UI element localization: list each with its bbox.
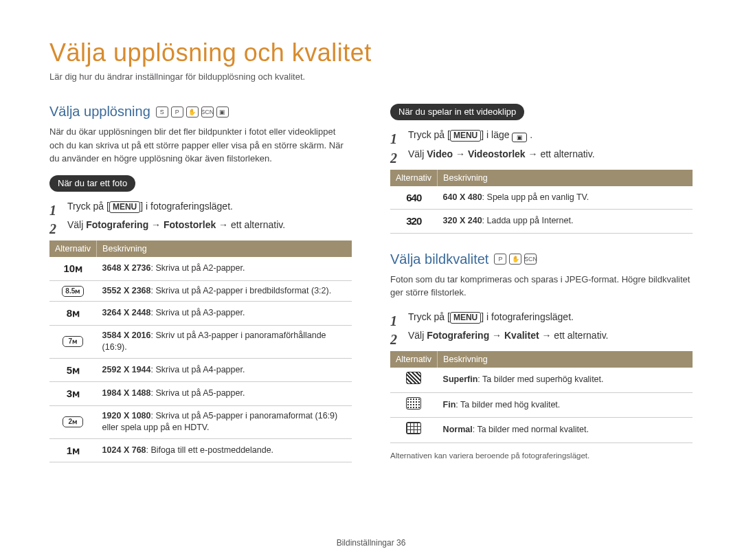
option-desc-cell: 3552 X 2368: Skriva ut på A2-papper i br… xyxy=(97,280,352,302)
option-icon-cell xyxy=(390,418,438,443)
table-row: 5ᴍ2592 X 1944: Skriva ut på A4-papper. xyxy=(49,358,352,382)
table-row: 3ᴍ1984 X 1488: Skriva ut på A5-papper. xyxy=(49,382,352,406)
left-column: Välja upplösning SP✋SCN▣ När du ökar upp… xyxy=(49,104,352,471)
th-desc: Beskrivning xyxy=(438,170,693,186)
th-desc: Beskrivning xyxy=(438,351,693,368)
resolution-icon: 2ᴍ xyxy=(63,416,83,427)
option-icon-cell: 5ᴍ xyxy=(49,358,97,382)
page-title: Välja upplösning och kvalitet xyxy=(49,38,693,67)
table-row: 8ᴍ3264 X 2448: Skriva ut på A3-papper. xyxy=(49,302,352,326)
option-desc-cell: Normal: Ta bilder med normal kvalitet. xyxy=(438,418,693,443)
resolution-icon: 3ᴍ xyxy=(67,386,80,401)
step-1: 1 Tryck på [MENU] i fotograferingsläget. xyxy=(390,309,693,326)
table-row: 10ᴍ3648 X 2736: Skriva ut på A2-papper. xyxy=(49,257,352,280)
heading-text: Välja upplösning xyxy=(49,104,150,120)
menu-button-label: MENU xyxy=(450,312,481,324)
mode-icon: ✋ xyxy=(186,107,199,117)
section-heading-resolution: Välja upplösning SP✋SCN▣ xyxy=(49,104,352,120)
th-option: Alternativ xyxy=(390,170,438,186)
option-desc-cell: 3584 X 2016: Skriv ut på A3-papper i pan… xyxy=(97,325,352,358)
table-row: 1ᴍ1024 X 768: Bifoga till ett e-postmedd… xyxy=(49,438,352,462)
option-icon-cell: 2ᴍ xyxy=(49,405,97,438)
option-desc-cell: 320 X 240: Ladda upp på Internet. xyxy=(438,210,693,234)
resolution-icon: 5ᴍ xyxy=(67,363,80,377)
table-row: Normal: Ta bilder med normal kvalitet. xyxy=(390,418,693,443)
th-option: Alternativ xyxy=(390,351,438,368)
resolution-icon: 8ᴍ xyxy=(67,306,80,320)
table-row: 8.5ᴍ3552 X 2368: Skriva ut på A2-papper … xyxy=(49,280,352,302)
step-number: 2 xyxy=(390,146,397,170)
mode-icons: SP✋SCN▣ xyxy=(156,107,229,117)
photo-size-table: Alternativ Beskrivning 10ᴍ3648 X 2736: S… xyxy=(49,240,352,462)
th-desc: Beskrivning xyxy=(97,240,352,257)
mode-icon: ▣ xyxy=(216,107,229,117)
option-desc-cell: 3264 X 2448: Skriva ut på A3-papper. xyxy=(97,302,352,326)
option-icon-cell: 3ᴍ xyxy=(49,382,97,406)
option-desc-cell: 1024 X 768: Bifoga till ett e-postmeddel… xyxy=(97,438,352,462)
pill-photo: När du tar ett foto xyxy=(49,175,135,192)
footnote: Alternativen kan variera beroende på fot… xyxy=(390,451,693,460)
menu-button-label: MENU xyxy=(109,201,140,213)
option-icon-cell: 7ᴍ xyxy=(49,325,97,358)
option-icon-cell: 320 xyxy=(390,210,438,234)
option-desc-cell: 3648 X 2736: Skriva ut på A2-papper. xyxy=(97,257,352,280)
option-desc-cell: 640 X 480: Spela upp på en vanlig TV. xyxy=(438,186,693,210)
th-option: Alternativ xyxy=(49,240,97,257)
menu-button-label: MENU xyxy=(450,130,481,142)
step-number: 2 xyxy=(49,217,56,240)
quality-icon xyxy=(406,372,421,384)
table-row: 2ᴍ1920 X 1080: Skriva ut på A5-papper i … xyxy=(49,405,352,438)
step-2: 2 Välj Video → Videostorlek → ett altern… xyxy=(390,146,693,163)
step-2: 2 Välj Fotografering → Fotostorlek → ett… xyxy=(49,217,352,234)
option-icon-cell xyxy=(390,392,438,418)
option-icon-cell: 640 xyxy=(390,186,438,210)
heading-text: Välja bildkvalitet xyxy=(390,251,488,267)
table-row: Superfin: Ta bilder med superhög kvalite… xyxy=(390,368,693,392)
step-1: 1 Tryck på [MENU] i fotograferingsläget. xyxy=(49,199,352,215)
quality-icon xyxy=(406,397,421,410)
mode-icon: S xyxy=(156,107,168,117)
option-icon-cell: 8ᴍ xyxy=(49,302,97,326)
option-icon-cell xyxy=(390,368,438,392)
mode-icon: SCN xyxy=(524,254,537,265)
table-row: 320320 X 240: Ladda upp på Internet. xyxy=(390,210,693,234)
page-subtitle: Lär dig hur du ändrar inställningar för … xyxy=(49,71,693,82)
option-desc-cell: Fin: Ta bilder med hög kvalitet. xyxy=(438,392,693,418)
video-mode-icon: ▣ xyxy=(512,133,527,142)
quality-table: Alternativ Beskrivning Superfin: Ta bild… xyxy=(390,351,693,443)
resolution-icon: 7ᴍ xyxy=(63,336,83,347)
video-size-table: Alternativ Beskrivning 640640 X 480: Spe… xyxy=(390,170,693,234)
section-heading-quality: Välja bildkvalitet P✋SCN xyxy=(390,251,693,267)
option-icon-cell: 8.5ᴍ xyxy=(49,280,97,302)
option-desc-cell: Superfin: Ta bilder med superhög kvalite… xyxy=(438,368,693,392)
option-desc-cell: 1920 X 1080: Skriva ut på A5-papper i pa… xyxy=(97,405,352,438)
right-column: När du spelar in ett videoklipp 1 Tryck … xyxy=(390,104,693,471)
page-footer: Bildinställningar 36 xyxy=(0,538,742,548)
option-icon-cell: 1ᴍ xyxy=(49,438,97,462)
resolution-icon: 8.5ᴍ xyxy=(62,286,84,297)
mode-icon: P xyxy=(171,107,183,117)
table-row: 7ᴍ3584 X 2016: Skriv ut på A3-papper i p… xyxy=(49,325,352,358)
table-row: Fin: Ta bilder med hög kvalitet. xyxy=(390,392,693,418)
option-desc-cell: 2592 X 1944: Skriva ut på A4-papper. xyxy=(97,358,352,382)
step-1: 1 Tryck på [MENU] i läge ▣ . xyxy=(390,127,693,144)
step-number: 2 xyxy=(390,328,397,351)
quality-icon xyxy=(406,422,421,434)
mode-icons: P✋SCN xyxy=(494,254,537,265)
resolution-intro: När du ökar upplösningen blir det fler b… xyxy=(49,125,352,166)
pill-video: När du spelar in ett videoklipp xyxy=(390,104,524,120)
resolution-icon: 10ᴍ xyxy=(63,261,82,276)
mode-icon: P xyxy=(494,254,506,265)
option-desc-cell: 1984 X 1488: Skriva ut på A5-papper. xyxy=(97,382,352,406)
table-row: 640640 X 480: Spela upp på en vanlig TV. xyxy=(390,186,693,210)
resolution-icon: 320 xyxy=(406,214,421,228)
quality-intro: Foton som du tar komprimeras och sparas … xyxy=(390,273,693,300)
mode-icon: ✋ xyxy=(509,254,521,265)
mode-icon: SCN xyxy=(201,107,214,117)
resolution-icon: 1ᴍ xyxy=(67,443,80,458)
resolution-icon: 640 xyxy=(406,190,421,205)
step-2: 2 Välj Fotografering → Kvalitet → ett al… xyxy=(390,328,693,344)
option-icon-cell: 10ᴍ xyxy=(49,257,97,280)
